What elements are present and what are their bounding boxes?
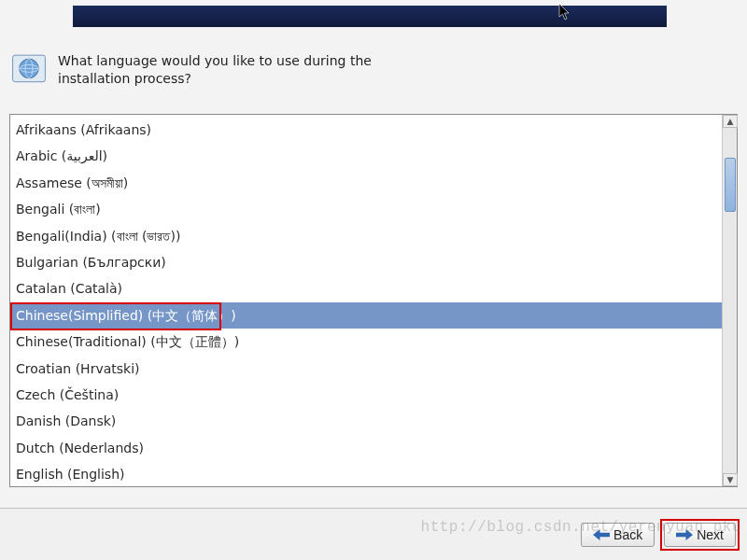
back-button-label: Back [613,527,642,542]
next-button[interactable]: Next [664,523,736,547]
language-option[interactable]: Catalan (Català) [10,275,722,301]
arrow-right-icon [676,528,693,541]
language-option[interactable]: Czech (Čeština) [10,382,722,408]
language-option[interactable]: Chinese(Simplified) (中文（简体）) [10,302,722,329]
scroll-up-button[interactable]: ▲ [723,115,738,128]
language-option[interactable]: Arabic (العربية) [10,143,722,169]
scroll-thumb[interactable] [725,158,736,212]
footer-bar: Back Next [0,508,747,560]
globe-icon [11,52,47,88]
prompt-text: What language would you like to use duri… [58,52,375,88]
arrow-left-icon [593,528,610,541]
next-button-label: Next [697,527,724,542]
scroll-down-button[interactable]: ▼ [723,473,738,486]
language-option[interactable]: Assamese (অসমীয়া) [10,170,722,196]
scrollbar[interactable]: ▲ ▼ [722,115,737,486]
language-option[interactable]: Bengali (বাংলা) [10,196,722,222]
language-option[interactable]: Chinese(Traditional) (中文（正體）) [10,329,722,355]
language-option[interactable]: Croatian (Hrvatski) [10,356,722,382]
back-button[interactable]: Back [581,523,655,547]
language-option[interactable]: English (English) [10,461,722,486]
language-option[interactable]: Dutch (Nederlands) [10,435,722,461]
language-option[interactable]: Afrikaans (Afrikaans) [10,117,722,143]
language-option[interactable]: Bengali(India) (বাংলা (ভারত)) [10,223,722,249]
language-option[interactable]: Bulgarian (Български) [10,249,722,275]
language-option[interactable]: Danish (Dansk) [10,408,722,434]
top-banner [73,6,667,27]
language-listbox[interactable]: Afrikaans (Afrikaans)Arabic (العربية)Ass… [9,114,738,487]
